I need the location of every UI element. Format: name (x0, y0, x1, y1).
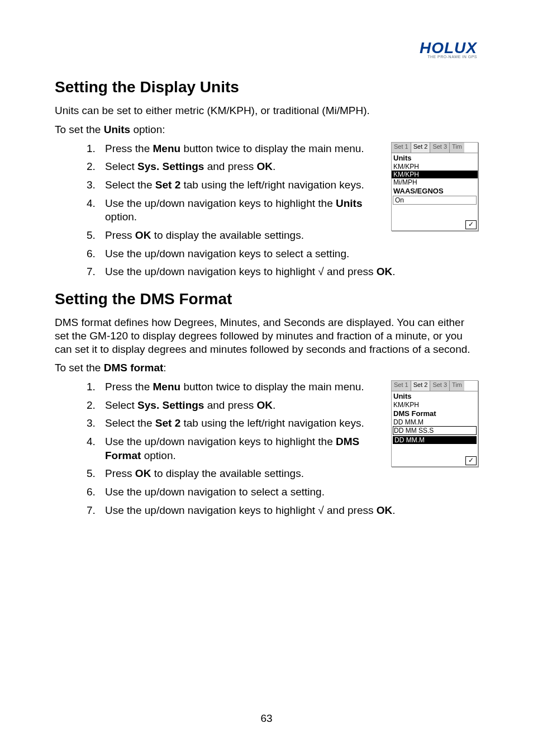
lead-tail: option: (130, 124, 165, 135)
opt-kmkph-b[interactable]: KM/KPH (392, 401, 478, 409)
intro-units: Units can be set to either metric (KM/KP… (55, 104, 478, 117)
opt-ddmmm-selected[interactable]: DD MM.M (393, 436, 477, 444)
dms-title: DMS Format (392, 409, 478, 418)
units-title-b: Units (392, 391, 478, 401)
lead-bold-dms: DMS format (104, 362, 164, 374)
step-5: Press OK to display the available settin… (98, 229, 478, 243)
lead-text: To set the (55, 124, 104, 135)
step-7-dms: Use the up/down navigation keys to highl… (98, 504, 478, 518)
lead-dms: To set the DMS format: (55, 361, 478, 375)
tab-set3-b[interactable]: Set 3 (430, 381, 450, 391)
tabs-row-dms: Set 1 Set 2 Set 3 Tim (392, 381, 478, 391)
opt-kmkph[interactable]: KM/KPH (392, 163, 478, 171)
waas-title: WAAS/EGNOS (392, 186, 478, 196)
step-7: Use the up/down navigation keys to highl… (98, 265, 478, 279)
lead-text-dms: To set the (55, 362, 104, 374)
lead-tail-dms: : (163, 362, 166, 374)
ok-check-icon[interactable]: ✓ (465, 220, 477, 229)
brand-logo: HOLUX THE PRO-NAME IN GPS (420, 39, 477, 59)
ok-check-icon-b[interactable]: ✓ (465, 456, 477, 465)
tab-set1-b[interactable]: Set 1 (392, 381, 411, 391)
step-6: Use the up/down navigation keys to selec… (98, 247, 478, 261)
opt-mimph[interactable]: Mi/MPH (392, 178, 478, 186)
tab-set2[interactable]: Set 2 (411, 143, 431, 153)
tab-set2-b[interactable]: Set 2 (411, 381, 431, 391)
step-5-dms: Press OK to display the available settin… (98, 467, 478, 481)
opt-kmkph-selected[interactable]: KM/KPH (392, 171, 478, 178)
opt-waas-on[interactable]: On (393, 196, 477, 205)
heading-display-units: Setting the Display Units (55, 78, 478, 96)
opt-ddmmsss[interactable]: DD MM SS.S (393, 426, 477, 435)
heading-dms-format: Setting the DMS Format (55, 290, 478, 308)
opt-ddmmm[interactable]: DD MM.M (392, 418, 478, 426)
brand-tagline: THE PRO-NAME IN GPS (420, 55, 477, 59)
intro-dms: DMS format defines how Degrees, Minutes,… (55, 316, 478, 356)
lead-units: To set the Units option: (55, 123, 478, 136)
lead-bold: Units (104, 124, 131, 135)
device-screen-dms: Set 1 Set 2 Set 3 Tim Units KM/KPH DMS F… (391, 380, 478, 467)
step-6-dms: Use the up/down navigation to select a s… (98, 485, 478, 499)
page-number: 63 (0, 712, 533, 725)
tab-time[interactable]: Tim (450, 143, 464, 153)
tabs-row: Set 1 Set 2 Set 3 Tim (392, 143, 478, 153)
units-title: Units (392, 153, 478, 163)
tab-set3[interactable]: Set 3 (430, 143, 450, 153)
tab-time-b[interactable]: Tim (450, 381, 464, 391)
tab-set1[interactable]: Set 1 (392, 143, 411, 153)
device-screen-units: Set 1 Set 2 Set 3 Tim Units KM/KPH KM/KP… (391, 142, 478, 231)
